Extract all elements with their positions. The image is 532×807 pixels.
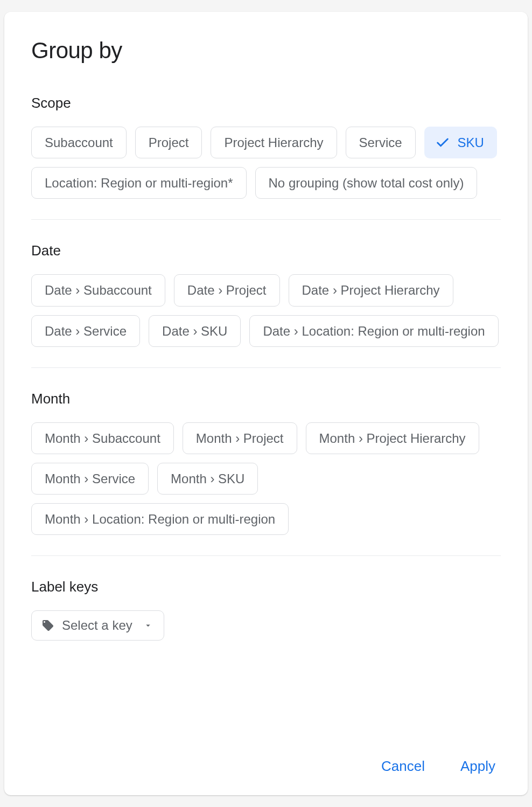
dialog-actions: Cancel Apply [31,732,501,779]
section-date: Date Date › Subaccount Date › Project Da… [31,242,501,346]
chip-label: SKU [458,134,484,151]
chip-date-subaccount[interactable]: Date › Subaccount [31,274,165,306]
chip-label: Location: Region or multi-region* [45,175,233,191]
chip-label: Project Hierarchy [224,134,323,151]
chip-label: Date › Service [45,323,127,339]
chip-scope-sku[interactable]: SKU [424,127,497,158]
cancel-button[interactable]: Cancel [379,754,427,779]
date-chip-row: Date › Subaccount Date › Project Date › … [31,274,501,346]
select-label: Select a key [62,618,132,633]
month-chip-row: Month › Subaccount Month › Project Month… [31,422,501,535]
chip-scope-location[interactable]: Location: Region or multi-region* [31,167,247,199]
chip-month-project[interactable]: Month › Project [183,422,297,454]
section-label-keys: Label keys Select a key [31,579,501,641]
group-by-dialog: Group by Scope Subaccount Project Projec… [4,12,528,795]
chip-label: No grouping (show total cost only) [269,175,464,191]
chip-month-location[interactable]: Month › Location: Region or multi-region [31,503,289,535]
chip-month-project-hierarchy[interactable]: Month › Project Hierarchy [306,422,479,454]
chip-label: Month › Subaccount [45,430,160,447]
chip-month-sku[interactable]: Month › SKU [157,463,258,495]
label-keys-heading: Label keys [31,579,501,595]
apply-button[interactable]: Apply [458,754,498,779]
dialog-content: Scope Subaccount Project Project Hierarc… [31,95,501,732]
chip-date-sku[interactable]: Date › SKU [149,315,241,347]
scope-heading: Scope [31,95,501,112]
month-heading: Month [31,391,501,407]
dialog-title: Group by [31,38,501,64]
chip-label: Date › SKU [162,323,227,339]
chip-label: Date › Project Hierarchy [302,282,440,298]
divider [31,555,501,556]
chip-label: Month › Project [196,430,284,447]
chip-label: Subaccount [45,134,113,151]
chip-scope-project[interactable]: Project [135,127,202,158]
divider [31,367,501,368]
label-key-select[interactable]: Select a key [31,610,164,641]
chip-month-subaccount[interactable]: Month › Subaccount [31,422,174,454]
chip-label: Month › Project Hierarchy [319,430,466,447]
date-heading: Date [31,242,501,259]
section-scope: Scope Subaccount Project Project Hierarc… [31,95,501,199]
chip-date-project-hierarchy[interactable]: Date › Project Hierarchy [289,274,453,306]
chip-label: Service [359,134,402,151]
check-icon [435,135,450,150]
chip-label: Date › Location: Region or multi-region [263,323,485,339]
chip-label: Month › Location: Region or multi-region [45,511,275,527]
chip-label: Month › SKU [171,470,244,487]
chip-date-service[interactable]: Date › Service [31,315,140,347]
chip-date-project[interactable]: Date › Project [174,274,280,306]
chip-scope-project-hierarchy[interactable]: Project Hierarchy [211,127,337,158]
chip-date-location[interactable]: Date › Location: Region or multi-region [249,315,498,347]
chip-label: Date › Subaccount [45,282,152,298]
divider [31,219,501,220]
chip-scope-no-grouping[interactable]: No grouping (show total cost only) [255,167,478,199]
chip-scope-subaccount[interactable]: Subaccount [31,127,127,158]
chip-label: Project [149,134,189,151]
section-month: Month Month › Subaccount Month › Project… [31,391,501,535]
chip-label: Month › Service [45,470,135,487]
chevron-down-icon [140,621,153,630]
tag-icon [41,619,54,632]
scope-chip-row: Subaccount Project Project Hierarchy Ser… [31,127,501,199]
chip-label: Date › Project [187,282,267,298]
chip-month-service[interactable]: Month › Service [31,463,149,495]
chip-scope-service[interactable]: Service [346,127,416,158]
